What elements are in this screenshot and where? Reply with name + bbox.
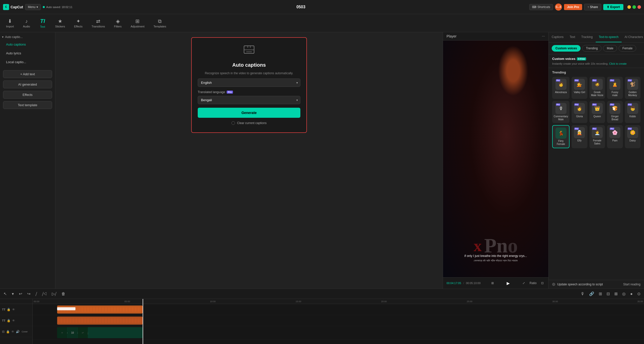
select-tool-button[interactable]: ↖ (2, 290, 8, 297)
fullscreen-button[interactable]: ⤢ (521, 281, 526, 285)
undo-button[interactable]: ↩ (17, 290, 24, 297)
menu-button[interactable]: Menu ▾ (25, 4, 41, 10)
voice-card-valley-girl[interactable]: Pro 💁 Valley Girl (572, 77, 587, 99)
timeline-chevron-button[interactable]: ▾ (10, 290, 15, 297)
track-eye-2[interactable]: 👁 (12, 319, 15, 322)
track-lock-video[interactable]: 🔒 (6, 330, 10, 333)
toolbar-transitions[interactable]: ⇄ Transitions (88, 17, 109, 29)
grid-view-button[interactable]: ⊞ (490, 281, 495, 285)
mic-button[interactable]: 🎙 (579, 291, 586, 297)
create-voice-link[interactable]: Click to create (609, 62, 627, 65)
tab-text[interactable]: Text (567, 32, 578, 42)
video-clip-1[interactable]: Why doesn't success bring happines... (57, 327, 143, 338)
voice-card-greek-male-voice[interactable]: Pro 🧔 Greek Male Vocie (589, 77, 605, 99)
voice-card-golden-monkey[interactable]: Pro 🐒 Golden Monkey (625, 77, 640, 99)
text-clip-2[interactable] (57, 317, 143, 325)
track-eye-1[interactable]: 👁 (12, 308, 15, 311)
link-button[interactable]: 🔗 (588, 290, 596, 297)
timeline-tool-2[interactable]: ⊟ (605, 290, 611, 297)
voice-card-alexstraza[interactable]: Pro 👩 Alexstraza (552, 77, 570, 99)
voice-avatar-greek-male-voice: Pro 🧔 (592, 79, 603, 90)
timeline-tool-4[interactable]: ◎ (621, 290, 627, 297)
join-pro-button[interactable]: Join Pro (564, 4, 582, 10)
expand-button[interactable]: ⊡ (540, 281, 545, 285)
maximize-button[interactable] (632, 5, 636, 9)
filter-male[interactable]: Male (603, 45, 617, 52)
text-template-button[interactable]: Text template (3, 101, 52, 109)
filter-custom-voices[interactable]: Custom voices (552, 45, 581, 52)
update-speech-toggle[interactable] (552, 283, 555, 286)
ratio-button[interactable]: Ratio (528, 281, 538, 285)
redo-button[interactable]: ↪ (26, 290, 32, 297)
share-button[interactable]: ↑ Share (584, 4, 601, 10)
delete-button[interactable]: 🗑 (60, 291, 67, 297)
play-button[interactable]: ▶ (505, 280, 512, 287)
ai-generated-button[interactable]: AI generated (3, 81, 52, 88)
sidebar-item-auto-lyrics[interactable]: Auto lyrics (2, 49, 53, 57)
shortcuts-button[interactable]: ⌨ Shortcuts (529, 4, 553, 10)
effects-sidebar-button[interactable]: Effects (3, 91, 52, 99)
close-button[interactable] (637, 5, 641, 9)
toolbar-import[interactable]: ⬇ Import (2, 17, 18, 29)
text-track-row-1 (33, 304, 644, 315)
sidebar-item-local-caption[interactable]: Local captio... (2, 58, 53, 66)
toolbar-audio[interactable]: ♪ Audio (19, 17, 34, 29)
filter-female[interactable]: Female (619, 45, 636, 52)
voice-card-flirty-female[interactable]: 💃 Flirty Female (552, 125, 570, 148)
generate-button[interactable]: Generate (198, 108, 300, 118)
timeline-tool-5[interactable]: ● (629, 291, 634, 297)
language-select[interactable]: English Spanish French Chinese (198, 79, 300, 87)
sidebar-item-auto-captions[interactable]: Auto captions (2, 41, 53, 48)
pro-badge-fussy-male: Pro (610, 79, 614, 82)
timeline-ruler: 00:00 05:00 10:00 15:00 20:00 25:00 30:0… (33, 299, 644, 304)
toolbar-templates[interactable]: ⧉ Templates (149, 17, 170, 29)
voice-card-gloria[interactable]: Pro 👩 Gloria (572, 101, 587, 123)
voice-avatar-valley-girl: Pro 💁 (574, 79, 585, 90)
voice-card-daisy[interactable]: Pro 🌼 Daisy (625, 125, 640, 148)
split-left-button[interactable]: ⧸◁ (41, 291, 48, 297)
track-eye-video[interactable]: 👁 (11, 330, 14, 333)
minimize-button[interactable] (627, 5, 631, 9)
filter-trending[interactable]: Trending (582, 45, 601, 52)
tab-ai-characters[interactable]: AI Characters (622, 32, 644, 42)
toolbar-filters[interactable]: ◈ Filters (110, 17, 126, 29)
voice-card-pam[interactable]: Pro 🌸 Pam (607, 125, 623, 148)
start-reading-button[interactable]: Start reading (623, 283, 640, 286)
toolbar-adjustment[interactable]: ⊞ Adjustment (127, 17, 148, 29)
timeline-settings-button[interactable]: ⊙ (636, 290, 642, 297)
add-text-button[interactable]: + Add text (3, 70, 52, 78)
split-right-button[interactable]: ▷⧸ (50, 290, 58, 297)
translated-language-select[interactable]: Bengali Hindi Spanish (198, 96, 300, 104)
timeline-playhead[interactable] (143, 299, 143, 344)
voice-card-kiddo[interactable]: Pro 👦 Kiddo (625, 101, 640, 123)
split-button[interactable]: ⧸ (34, 291, 38, 297)
export-button[interactable]: ⬆ Export (603, 4, 623, 10)
track-lock-2[interactable]: 🔒 (7, 319, 11, 322)
tab-text-to-speech[interactable]: Text-to-speech (596, 32, 622, 42)
tab-captions[interactable]: Captions (549, 32, 567, 42)
voice-card-ginger-bread[interactable]: Pro 🍞 Ginger Bread (607, 101, 623, 123)
voice-card-commentary-male[interactable]: Pro 🎙 Commentary Male (552, 101, 570, 123)
toolbar-effects[interactable]: ✦ Effects (70, 17, 86, 29)
timeline-tool-3[interactable]: ⊠ (613, 290, 619, 297)
player-menu-icon[interactable]: ⋯ (542, 34, 545, 38)
voice-card-fussy-male[interactable]: Pro 🙎 Fussy male (607, 77, 623, 99)
keyboard-icon: ⌨ (532, 5, 536, 9)
right-panel-tabs: Captions Text Tracking Text-to-speech AI… (549, 32, 644, 43)
track-audio-video[interactable]: 🔊 (16, 330, 20, 333)
custom-voices-header: Custom voices 0 Free (552, 57, 640, 61)
ruler-mark-6: 30:00 (552, 300, 558, 303)
toolbar-text[interactable]: TI Text (35, 16, 50, 30)
voice-card-elfy[interactable]: Pro 🧝 Elfy (572, 125, 587, 148)
track-lock-1[interactable]: 🔒 (7, 308, 11, 311)
voice-card-female-sales[interactable]: Pro 👩‍💼 Female Sales (589, 125, 605, 148)
track-collapse-icon[interactable]: ⊟ (2, 330, 5, 333)
clear-captions-checkbox[interactable] (231, 121, 235, 125)
window-controls (627, 5, 641, 9)
sidebar-section-auto-captions[interactable]: ▾ Auto captio... (0, 34, 55, 40)
player-controls: 00:04:17:05 / 00:05:10:00 ⊞ ▶ ⤢ Ratio ⊡ (443, 277, 548, 289)
tab-tracking[interactable]: Tracking (578, 32, 596, 42)
toolbar-stickers[interactable]: ★ Stickers (51, 17, 69, 29)
voice-card-queen[interactable]: Pro 👑 Queen (589, 101, 605, 123)
timeline-tool-1[interactable]: ⊞ (597, 290, 603, 297)
